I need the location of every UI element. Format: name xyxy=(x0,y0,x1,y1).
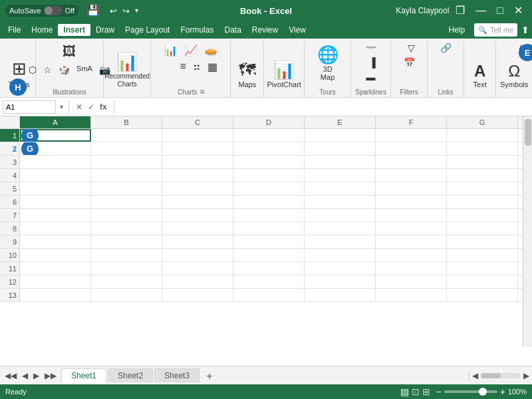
cell-row3-col5[interactable] xyxy=(376,156,447,168)
col-header-c[interactable]: C xyxy=(162,116,233,128)
cell-row11-col3[interactable] xyxy=(233,262,305,275)
cell-row8-col1[interactable] xyxy=(91,222,162,235)
horizontal-scrollbar[interactable] xyxy=(481,373,521,378)
illustrations-button[interactable]: 🖼 xyxy=(59,41,80,62)
cell-row8-col4[interactable] xyxy=(305,222,376,235)
menu-help[interactable]: Help xyxy=(443,24,470,36)
vertical-scrollbar[interactable] xyxy=(523,116,532,347)
cell-row7-col5[interactable] xyxy=(376,209,447,221)
cell-row13-col0[interactable] xyxy=(20,289,91,301)
cell-c1[interactable] xyxy=(162,129,233,142)
sheet-scroll-prev[interactable]: ◀ xyxy=(20,370,30,382)
cell-row11-col6[interactable] xyxy=(447,262,518,275)
row-num-3[interactable]: 3 xyxy=(0,156,20,168)
cell-row13-col2[interactable] xyxy=(162,289,233,301)
share-button[interactable]: ⬆ xyxy=(521,25,529,35)
cell-d1[interactable] xyxy=(233,129,305,142)
cell-row9-col4[interactable] xyxy=(305,235,376,248)
maps-button[interactable]: 🗺 Maps xyxy=(231,57,263,91)
cell-row6-col3[interactable] xyxy=(233,196,305,208)
formula-insert-function[interactable]: fx xyxy=(98,102,108,112)
cell-row4-col0[interactable] xyxy=(20,169,91,182)
3d-models-button[interactable]: 🎲 xyxy=(56,63,72,76)
cell-row6-col4[interactable] xyxy=(305,196,376,208)
cell-row8-col0[interactable] xyxy=(20,222,91,235)
cell-row5-col5[interactable] xyxy=(376,182,447,195)
cell-row12-col0[interactable] xyxy=(20,275,91,288)
cell-row9-col2[interactable] xyxy=(162,235,233,248)
cell-row6-col0[interactable] xyxy=(20,196,91,208)
cell-row8-col5[interactable] xyxy=(376,222,447,235)
cell-row12-col4[interactable] xyxy=(305,275,376,288)
cell-row10-col2[interactable] xyxy=(162,249,233,261)
row-num-12[interactable]: 12 xyxy=(0,275,20,288)
slicer-button[interactable]: ▽ xyxy=(405,41,418,55)
page-layout-view-button[interactable]: ⊡ xyxy=(412,386,420,397)
bar-chart-button[interactable]: ≡ xyxy=(178,59,189,74)
hscroll-thumb[interactable] xyxy=(481,373,501,378)
minimize-button[interactable]: — xyxy=(471,4,490,17)
col-header-d[interactable]: D xyxy=(233,116,305,128)
zoom-in-button[interactable]: + xyxy=(500,386,505,397)
menu-formulas[interactable]: Formulas xyxy=(175,24,219,36)
name-box-arrow[interactable]: ▾ xyxy=(60,103,63,110)
cell-row3-col2[interactable] xyxy=(162,156,233,168)
sheet-scroll-last[interactable]: ▶▶ xyxy=(43,370,59,382)
cell-row9-col1[interactable] xyxy=(91,235,162,248)
cell-row12-col5[interactable] xyxy=(376,275,447,288)
maximize-button[interactable]: □ xyxy=(493,4,507,17)
cell-row7-col2[interactable] xyxy=(162,209,233,221)
cell-row7-col1[interactable] xyxy=(91,209,162,221)
cell-row3-col1[interactable] xyxy=(91,156,162,168)
sheet-tab-sheet2[interactable]: Sheet2 xyxy=(108,368,153,382)
cell-row7-col6[interactable] xyxy=(447,209,518,221)
pivotchart-button[interactable]: 📊 PivotChart xyxy=(262,57,307,91)
menu-file[interactable]: File xyxy=(3,24,26,36)
cell-row5-col3[interactable] xyxy=(233,182,305,195)
cell-row10-col0[interactable] xyxy=(20,249,91,261)
add-sheet-button[interactable]: + xyxy=(201,370,217,382)
menu-insert[interactable]: Insert xyxy=(58,24,90,36)
cell-row9-col0[interactable] xyxy=(20,235,91,248)
3dmap-button[interactable]: 🌐 3DMap xyxy=(312,42,344,84)
sheet-tab-sheet3[interactable]: Sheet3 xyxy=(154,368,200,382)
cell-row3-col3[interactable] xyxy=(233,156,305,168)
column-sparkline-button[interactable]: ▐ xyxy=(366,56,378,69)
row-num-10[interactable]: 10 xyxy=(0,249,20,261)
menu-draw[interactable]: Draw xyxy=(90,24,120,36)
cell-row11-col4[interactable] xyxy=(305,262,376,275)
cell-d2[interactable] xyxy=(233,142,305,155)
cell-row12-col6[interactable] xyxy=(447,275,518,288)
cell-row5-col0[interactable] xyxy=(20,182,91,195)
recommended-charts-button[interactable]: 📊 RecommendedCharts xyxy=(99,49,155,91)
column-chart-button[interactable]: 📊 xyxy=(162,43,180,58)
menu-page-layout[interactable]: Page Layout xyxy=(120,24,175,36)
cell-row4-col3[interactable] xyxy=(233,169,305,182)
cell-row5-col1[interactable] xyxy=(91,182,162,195)
cell-row13-col1[interactable] xyxy=(91,289,162,301)
winloss-sparkline-button[interactable]: ▬ xyxy=(364,70,378,84)
cell-b2[interactable] xyxy=(91,142,162,155)
cell-row13-col6[interactable] xyxy=(447,289,518,301)
normal-view-button[interactable]: ▤ xyxy=(400,386,409,397)
row-num-8[interactable]: 8 xyxy=(0,222,20,235)
cell-row4-col6[interactable] xyxy=(447,169,518,182)
autosave-toggle[interactable]: AutoSave Off xyxy=(5,5,78,17)
text-button[interactable]: A Text xyxy=(464,59,496,91)
menu-review[interactable]: Review xyxy=(247,24,283,36)
cell-row10-col6[interactable] xyxy=(447,249,518,261)
sheet-scroll-next[interactable]: ▶ xyxy=(31,370,41,382)
zoom-label[interactable]: 100% xyxy=(508,388,527,396)
cell-b1[interactable] xyxy=(91,129,162,142)
row-num-6[interactable]: 6 xyxy=(0,196,20,208)
cell-row7-col4[interactable] xyxy=(305,209,376,221)
sheet-scroll-first[interactable]: ◀◀ xyxy=(3,370,19,382)
name-box[interactable]: A1 xyxy=(3,100,56,114)
undo-button[interactable]: ↩ xyxy=(108,5,119,17)
cell-row4-col4[interactable] xyxy=(305,169,376,182)
hscroll-right[interactable]: ▶ xyxy=(523,371,529,380)
cell-row3-col4[interactable] xyxy=(305,156,376,168)
row-num-13[interactable]: 13 xyxy=(0,289,20,301)
col-header-a[interactable]: A xyxy=(20,116,91,128)
col-header-g[interactable]: G xyxy=(447,116,518,128)
